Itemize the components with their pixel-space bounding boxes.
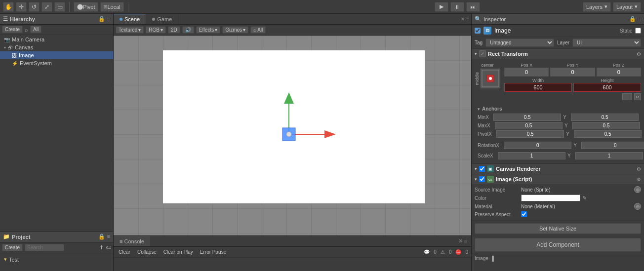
hierarchy-create-btn[interactable]: Create [2, 26, 23, 33]
gizmos-dropdown[interactable]: Gizmos ▾ [222, 26, 248, 34]
pivot-x-input[interactable] [496, 130, 564, 138]
twod-btn[interactable]: 2D [168, 26, 180, 34]
project-menu-icon: ≡ [107, 233, 110, 240]
anchor-min-x-input[interactable] [493, 114, 561, 121]
rot-x-input[interactable] [504, 142, 571, 149]
rgb-chevron-icon: ▾ [161, 27, 163, 33]
console-error-pause-btn[interactable]: Error Pause [198, 249, 228, 255]
scene-tab[interactable]: Scene [114, 14, 146, 24]
anchors-header[interactable]: ▾ Anchors [478, 106, 638, 112]
pause-btn[interactable]: ⏸ [450, 2, 464, 12]
console-clear-btn[interactable]: Clear [117, 249, 132, 255]
hierarchy-panel: ☰ Hierarchy 🔒 ≡ Create ⌕ All 📷 Main Came… [0, 14, 113, 232]
pos-z-input[interactable] [597, 68, 641, 77]
source-image-value: None (Sprite) [521, 187, 632, 193]
hierarchy-item-main-camera[interactable]: 📷 Main Camera [0, 36, 113, 43]
tab-close-area: ✕ ≡ [461, 14, 471, 24]
rect-transform-gear-icon[interactable]: ⚙ [637, 51, 641, 57]
rot-y-input[interactable] [581, 142, 644, 149]
canvas-renderer-gear-icon[interactable]: ⚙ [637, 166, 641, 172]
height-input[interactable] [573, 83, 641, 92]
rt-blueprint-btn[interactable] [622, 93, 632, 100]
image-script-enabled-checkbox[interactable] [479, 176, 485, 182]
rect-transform-header[interactable]: ▾ ⤢ Rect Transform ⚙ [472, 49, 644, 59]
anchor-min-label: Min [478, 115, 485, 120]
pencil-icon[interactable]: ✎ [582, 195, 587, 201]
scene-search[interactable]: ⌕ All [250, 26, 266, 34]
pivot-y-label: Y [566, 131, 573, 137]
project-create-btn[interactable]: Create [2, 244, 23, 251]
hand-tool-btn[interactable]: ✋ [3, 2, 14, 12]
source-image-row: Source Image None (Sprite) ◎ [475, 186, 641, 193]
audio-btn[interactable]: 🔊 [182, 26, 194, 34]
rt-pos-row: Pos X Pos Y Pos Z [504, 63, 641, 77]
rt-anchor-area: center middle [475, 61, 641, 104]
rect-tool-btn[interactable]: ▭ [54, 2, 65, 12]
viewport[interactable] [114, 36, 471, 235]
scale-x-input[interactable] [498, 152, 565, 159]
hierarchy-item-canvas[interactable]: ▾ 🗗 Canvas [0, 43, 113, 51]
step-btn[interactable]: ⏭ [466, 2, 480, 12]
canvas-renderer-enabled-checkbox[interactable] [479, 166, 485, 172]
anchor-max-x-input[interactable] [495, 122, 563, 129]
height-group: Height [573, 78, 641, 92]
anchor-box-diagram[interactable] [481, 69, 500, 88]
local-btn[interactable]: ⧆ Local [100, 2, 123, 12]
console-clear-on-play-btn[interactable]: Clear on Play [161, 249, 195, 255]
layers-dropdown[interactable]: Layers ▾ [583, 2, 611, 12]
left-panel: ☰ Hierarchy 🔒 ≡ Create ⌕ All 📷 Main Came… [0, 14, 114, 271]
effects-dropdown[interactable]: Effects ▾ [196, 26, 220, 34]
rgb-dropdown[interactable]: RGB ▾ [146, 26, 166, 34]
static-checkbox[interactable] [635, 28, 641, 34]
console-collapse-btn[interactable]: Collapse [135, 249, 159, 255]
hierarchy-menu-icon: ≡ [107, 16, 110, 22]
anchor-v-label: middle [475, 72, 480, 85]
hierarchy-item-eventsystem[interactable]: ⚡ EventSystem [0, 59, 113, 67]
source-image-picker-btn[interactable]: ◎ [634, 186, 641, 193]
console-tab[interactable]: ≡ Console [114, 236, 150, 246]
pivot-y-input[interactable] [574, 130, 642, 138]
set-native-size-btn[interactable]: Set Native Size [475, 223, 641, 234]
anchor-middle-row: middle [475, 69, 500, 88]
console-close-icon: ✕ ≡ [458, 238, 467, 244]
center-area: Scene Game ✕ ≡ Textured ▾ RGB ▾ 2D [114, 14, 471, 271]
object-enabled-checkbox[interactable] [475, 28, 481, 34]
scene-tab-label: Scene [124, 16, 140, 22]
textured-dropdown[interactable]: Textured ▾ [116, 26, 144, 34]
inspector-icon: 🔍 [475, 16, 482, 22]
separator-1 [69, 2, 70, 12]
hierarchy-all-btn[interactable]: All [30, 26, 41, 33]
add-component-btn[interactable]: Add Component [475, 238, 641, 252]
folder-icon: ▾ [4, 256, 7, 263]
project-item-test[interactable]: ▾ Test [4, 255, 109, 264]
anchor-min-y-input[interactable] [571, 114, 639, 121]
scale-y-input[interactable] [575, 152, 643, 159]
rt-r-btn[interactable]: R [634, 93, 641, 100]
width-input[interactable] [504, 83, 572, 92]
rotate-tool-btn[interactable]: ↺ [29, 2, 40, 12]
layout-dropdown[interactable]: Layout ▾ [613, 2, 641, 12]
image-script-gear-icon[interactable]: ⚙ [637, 177, 641, 182]
tag-dropdown[interactable]: Untagged [485, 39, 554, 47]
material-row: Material None (Material) ◎ [475, 203, 641, 210]
rect-transform-triangle-icon: ▾ [475, 51, 477, 56]
canvas-renderer-header[interactable]: ▾ ▣ Canvas Renderer ⚙ [472, 164, 644, 174]
pos-y-input[interactable] [550, 68, 595, 77]
project-search-input[interactable] [25, 244, 64, 251]
scale-x-field: X [490, 152, 565, 159]
game-tab[interactable]: Game [146, 14, 178, 24]
play-btn[interactable]: ▶ [435, 2, 448, 12]
hierarchy-item-image[interactable]: 🖼 Image [0, 51, 113, 59]
layer-dropdown[interactable]: UI [572, 39, 641, 47]
material-picker-btn[interactable]: ◎ [634, 203, 641, 210]
inspector-label: Inspector [483, 16, 506, 22]
pivot-btn[interactable]: ⬤ Pivot [74, 2, 98, 12]
pos-x-input[interactable] [504, 68, 549, 77]
scale-tool-btn[interactable]: ⤢ [41, 2, 52, 12]
image-script-header[interactable]: ▾ cs Image (Script) ⚙ [472, 174, 644, 184]
color-swatch[interactable] [521, 194, 580, 201]
move-tool-btn[interactable]: ✛ [16, 2, 27, 12]
layout-chevron-icon: ▾ [635, 3, 638, 10]
anchor-max-y-input[interactable] [572, 122, 640, 129]
preserve-aspect-checkbox[interactable] [521, 211, 527, 217]
